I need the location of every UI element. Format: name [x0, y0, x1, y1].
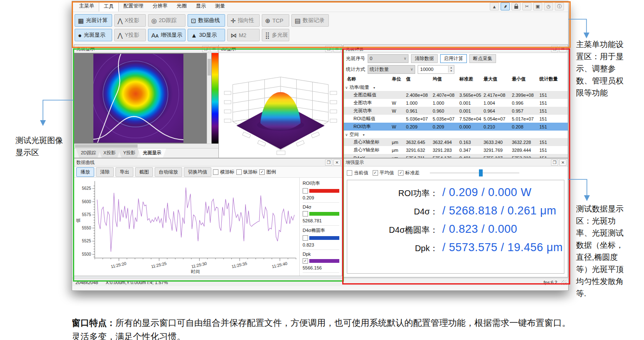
menu-item-工具[interactable]: 工具 — [99, 1, 119, 12]
menu-item-分辨率[interactable]: 分辨率 — [148, 1, 172, 12]
legend-series-toggle[interactable] — [303, 188, 339, 194]
toolbar-button-M2[interactable]: ⋈M2 — [227, 29, 260, 41]
table-row-质心X轴坐标[interactable]: 质心X轴坐标μm3632.6453632.4940.1633633.240363… — [343, 138, 568, 146]
menu-item-显示[interactable]: 显示 — [191, 1, 210, 12]
toolbar-button-TCP[interactable]: ⊕TCP — [262, 14, 289, 27]
stat-count-spinner[interactable]: 10000 ▲▼ — [418, 65, 454, 74]
tab-X投影[interactable]: X投影 — [98, 149, 120, 158]
enable-calc-button[interactable]: 启用计算 — [440, 54, 467, 63]
curve-button-切换均值[interactable]: 切换均值 — [184, 167, 211, 177]
toolbar-button-数据记录[interactable]: ▤数据记录 — [291, 14, 329, 27]
table-row-质心Y轴坐标[interactable]: 质心Y轴坐标μm3291.6323291.2830.3473291.769328… — [343, 146, 568, 154]
curve-button-自动缩放[interactable]: 自动缩放 — [155, 167, 182, 177]
beam-vertical-scrollbar[interactable] — [207, 53, 211, 144]
curve-checkbox-横游标[interactable]: 横游标 — [213, 169, 235, 175]
close-icon[interactable]: ✕ — [559, 159, 566, 166]
beam-horizontal-scrollbar[interactable] — [74, 144, 219, 148]
curve-button-清除[interactable]: 清除 — [96, 167, 114, 177]
panel-3d-title: 3D显示 — [221, 46, 236, 52]
tcp-globe-icon: ⊕ — [265, 18, 271, 24]
enh-checkbox-当前值[interactable]: 当前值 — [347, 170, 368, 176]
cut-icon[interactable]: ✂ — [522, 3, 531, 10]
curve-checkbox-横游标-label: 横游标 — [220, 169, 235, 175]
toolbar-button-Y投影[interactable]: ⋀Y投影 — [114, 29, 146, 41]
table-cell: μm — [392, 148, 406, 153]
breakpoint-capture-button[interactable]: 断点采集 — [469, 54, 496, 63]
table-row-D4σX[interactable]: D4σXμm5754.7115754.1760.4015755.1075753.… — [343, 154, 568, 158]
window-controls: ▲✒✂▣◷ⓘ — [490, 3, 566, 10]
slider-handle[interactable] — [479, 169, 483, 176]
curve-checkbox-纵游标[interactable]: 纵游标 — [236, 169, 258, 175]
menu-item-配置管理[interactable]: 配置管理 — [119, 1, 148, 12]
svg-text:5575: 5575 — [82, 212, 91, 217]
close-icon[interactable]: ✕ — [333, 159, 341, 166]
beam-colorbar — [212, 53, 219, 144]
table-row-全图总幅值[interactable]: 全图总幅值2.408e+082.407e+083.565e+052.417e+0… — [343, 91, 568, 99]
tab-光斑显示[interactable]: 光斑显示 — [138, 149, 166, 158]
tab-2D跟踪[interactable]: 2D跟踪 — [76, 149, 101, 158]
table-row-ROI功率[interactable]: ROI功率W0.2090.2090.0000.2100.208151 — [343, 123, 568, 131]
resize-grip[interactable] — [561, 280, 566, 285]
table-row-光斑功率[interactable]: 光斑功率W0.9610.9600.0010.9640.957151 — [343, 107, 568, 115]
curve-button-导出[interactable]: 导出 — [115, 167, 133, 177]
toolbar-button-2D跟踪[interactable]: ◎2D跟踪 — [148, 14, 185, 27]
float-icon[interactable]: ❐ — [325, 46, 332, 52]
save-icon[interactable]: ▣ — [533, 3, 542, 10]
toolbar-button-光斑计算[interactable]: ▦光斑计算 — [75, 14, 112, 27]
collapse-icon[interactable]: ▲ — [490, 3, 499, 10]
history-icon[interactable]: ◷ — [544, 3, 553, 10]
tab-Y投影[interactable]: Y投影 — [118, 149, 140, 158]
toolbar-button-label: Y投影 — [125, 31, 139, 39]
table-header-cell: 统计数量 — [539, 76, 568, 82]
table-group-row-功率/能量[interactable]: ∨功率/能量▾ — [343, 83, 568, 91]
enh-checkbox-标准差[interactable]: ✓标准差 — [398, 170, 420, 176]
toolbar-button-数据曲线[interactable]: ⊡数据曲线 — [188, 14, 225, 27]
checkbox-icon — [213, 169, 218, 175]
table-row-ROI总幅值[interactable]: ROI总幅值5.036e+075.035e+077.528e+045.054e+… — [343, 115, 568, 123]
lock-icon[interactable] — [511, 3, 521, 10]
toolbar-button-多光斑[interactable]: ⣿多光斑 — [262, 29, 289, 41]
checkbox-icon[interactable]: ✓ — [303, 258, 308, 264]
legend-series-toggle[interactable] — [303, 235, 339, 241]
beam-seq-select[interactable]: 0∨ — [368, 54, 408, 63]
table-group-name: ∨功率/能量▾ — [343, 84, 392, 91]
float-icon[interactable]: ❐ — [325, 159, 332, 166]
toolbar-button-光斑显示[interactable]: ●光斑显示 — [75, 29, 112, 41]
checkbox-icon[interactable] — [303, 235, 308, 241]
table-cell: 5.036e+07 — [406, 116, 433, 121]
menu-item-光圈[interactable]: 光圈 — [172, 1, 191, 12]
font-size-slider[interactable] — [430, 172, 519, 174]
table-row-全图功率[interactable]: 全图功率W1.0001.0000.0011.0040.996151 — [343, 99, 568, 107]
close-icon[interactable]: ✕ — [210, 46, 218, 52]
close-icon[interactable]: ✕ — [333, 46, 341, 52]
menu-item-主菜单[interactable]: 主菜单 — [75, 1, 99, 12]
toolbar-button-3D显示[interactable]: ▲3D显示 — [188, 29, 225, 41]
stat-mode-select[interactable]: 统计数量∨ — [368, 65, 415, 74]
legend-series-toggle[interactable]: ✓ — [303, 258, 339, 264]
svg-text:5525: 5525 — [82, 239, 91, 243]
info-icon[interactable]: ⓘ — [555, 3, 564, 10]
table-cell: 2.399e+08 — [512, 93, 539, 98]
toolbar-button-X投影[interactable]: ⋀X投影 — [114, 14, 146, 27]
clear-data-button[interactable]: 清除数据 — [411, 54, 438, 63]
legend-value: 5268.781 — [303, 218, 339, 223]
pin-icon[interactable]: ✒ — [501, 3, 510, 10]
curve-button-截图[interactable]: 截图 — [135, 167, 153, 177]
curve-button-播放[interactable]: 播放 — [76, 167, 94, 177]
checkbox-icon[interactable] — [303, 188, 308, 194]
table-cell: 5755.107 — [484, 156, 512, 158]
float-icon[interactable]: ❐ — [551, 159, 558, 166]
float-icon[interactable]: ❐ — [551, 46, 558, 52]
legend-series-toggle[interactable] — [303, 211, 339, 217]
curve-checkbox-图例[interactable]: ✓图例 — [259, 169, 276, 175]
close-icon[interactable]: ✕ — [559, 46, 566, 52]
table-group-row-空间[interactable]: ∨空间▾ — [343, 131, 568, 138]
legend-item-D4σ椭圆率: D4σ椭圆率0.823 — [303, 226, 339, 250]
menu-item-测量[interactable]: 测量 — [210, 1, 230, 12]
toolbar-button-增强显示[interactable]: Aᴀ增强显示 — [148, 29, 185, 41]
toolbar-button-指向性[interactable]: ✛指向性 — [227, 14, 260, 27]
time-series-chart: 55005525555055755600562511:25:2011:25:25… — [74, 178, 299, 276]
float-icon[interactable]: ❐ — [202, 46, 209, 52]
enh-checkbox-平均值[interactable]: ✓平均值 — [373, 170, 394, 176]
checkbox-icon[interactable] — [303, 211, 308, 217]
